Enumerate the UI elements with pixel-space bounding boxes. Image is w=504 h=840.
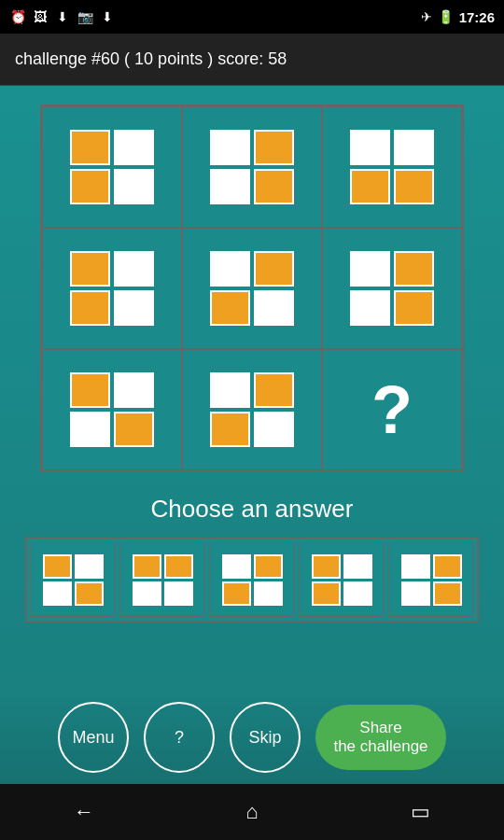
challenge-info: challenge #60 ( 10 points ) score: 58 [15, 49, 287, 69]
apc [254, 581, 283, 606]
pc [70, 130, 110, 165]
battery-icon: 🔋 [438, 9, 454, 24]
back-icon: ← [74, 800, 94, 824]
pc [254, 251, 294, 287]
pc [114, 290, 154, 326]
pattern-1-1 [70, 130, 154, 204]
answer-option-4[interactable] [300, 542, 384, 617]
puzzle-cell-3-1 [42, 349, 182, 470]
puzzle-row-1 [42, 106, 462, 228]
status-right: ✈ 🔋 17:26 [421, 9, 495, 25]
apc [254, 554, 283, 579]
main-content: ? Choose an answer [0, 86, 504, 691]
puzzle-cell-3-2 [182, 349, 322, 470]
share-button[interactable]: Sharethe challenge [315, 705, 446, 770]
pattern-3-1 [70, 372, 154, 447]
menu-button[interactable]: Menu [58, 702, 129, 773]
recent-button[interactable]: ▭ [397, 793, 443, 831]
pc [114, 412, 154, 447]
puzzle-cell-1-3 [322, 106, 462, 228]
pc [210, 169, 250, 204]
puzzle-grid: ? [40, 105, 464, 472]
help-button[interactable]: ? [144, 702, 215, 773]
apc [312, 581, 341, 606]
apc [75, 581, 104, 606]
apc [401, 554, 430, 579]
buttons-area: Menu ? Skip Sharethe challenge [0, 691, 504, 784]
pattern-1-2 [210, 130, 294, 204]
pc [210, 290, 250, 326]
apc [75, 554, 104, 579]
back-button[interactable]: ← [61, 793, 107, 831]
puzzle-cell-2-3 [322, 228, 462, 349]
answer-pattern-5 [401, 554, 462, 606]
apc [222, 554, 251, 579]
puzzle-cell-2-1 [42, 228, 182, 349]
pc [70, 412, 110, 447]
alarm-icon: ⏰ [9, 8, 26, 25]
pattern-1-3 [350, 130, 434, 204]
pc [254, 412, 294, 447]
skip-button[interactable]: Skip [230, 702, 301, 773]
apc [43, 554, 72, 579]
pc [210, 130, 250, 165]
image-icon: 🖼 [32, 8, 49, 25]
pattern-2-3 [350, 251, 434, 326]
home-icon: ⌂ [245, 800, 258, 824]
pc [210, 251, 250, 287]
answer-pattern-3 [222, 554, 283, 606]
nav-bar: ← ⌂ ▭ [0, 784, 504, 840]
pc [114, 251, 154, 287]
time-display: 17:26 [459, 9, 495, 25]
apc [343, 554, 372, 579]
puzzle-cell-1-2 [182, 106, 322, 228]
apc [433, 581, 462, 606]
pc [70, 290, 110, 326]
apc [222, 581, 251, 606]
pc [70, 372, 110, 408]
answer-option-3[interactable] [210, 542, 294, 617]
apc [43, 581, 72, 606]
puzzle-cell-3-3-question: ? [322, 349, 462, 470]
pc [254, 169, 294, 204]
puzzle-row-2 [42, 228, 462, 349]
question-mark: ? [371, 371, 413, 448]
apc [343, 581, 372, 606]
share-label: Sharethe challenge [333, 719, 427, 757]
answer-option-2[interactable] [120, 542, 204, 617]
puzzle-cell-2-2 [182, 228, 322, 349]
pc [114, 372, 154, 408]
answer-option-5[interactable] [389, 542, 473, 617]
apc [433, 554, 462, 579]
recent-icon: ▭ [411, 800, 430, 824]
status-icons: ⏰ 🖼 ⬇ 📷 ⬇ [9, 8, 116, 25]
answer-pattern-4 [312, 554, 372, 606]
answer-pattern-2 [133, 554, 193, 606]
puzzle-row-3: ? [42, 349, 462, 470]
pc [394, 130, 434, 165]
pc [350, 290, 390, 326]
pattern-3-2 [210, 372, 294, 447]
pc [114, 169, 154, 204]
pc [350, 169, 390, 204]
apc [401, 581, 430, 606]
download2-icon: ⬇ [99, 8, 116, 25]
home-button[interactable]: ⌂ [229, 793, 275, 831]
apc [164, 554, 193, 579]
answer-option-1[interactable] [31, 542, 115, 617]
pc [210, 412, 250, 447]
pattern-2-1 [70, 251, 154, 326]
pc [350, 130, 390, 165]
airplane-icon: ✈ [421, 9, 432, 24]
pc [254, 130, 294, 165]
pc [254, 290, 294, 326]
pc [394, 169, 434, 204]
answer-pattern-1 [43, 554, 104, 606]
header-bar: challenge #60 ( 10 points ) score: 58 [0, 34, 504, 86]
status-bar: ⏰ 🖼 ⬇ 📷 ⬇ ✈ 🔋 17:26 [0, 0, 504, 34]
camera-icon: 📷 [77, 8, 93, 25]
download-icon: ⬇ [54, 8, 71, 25]
pc [350, 251, 390, 287]
pc [70, 169, 110, 204]
pattern-2-2 [210, 251, 294, 326]
